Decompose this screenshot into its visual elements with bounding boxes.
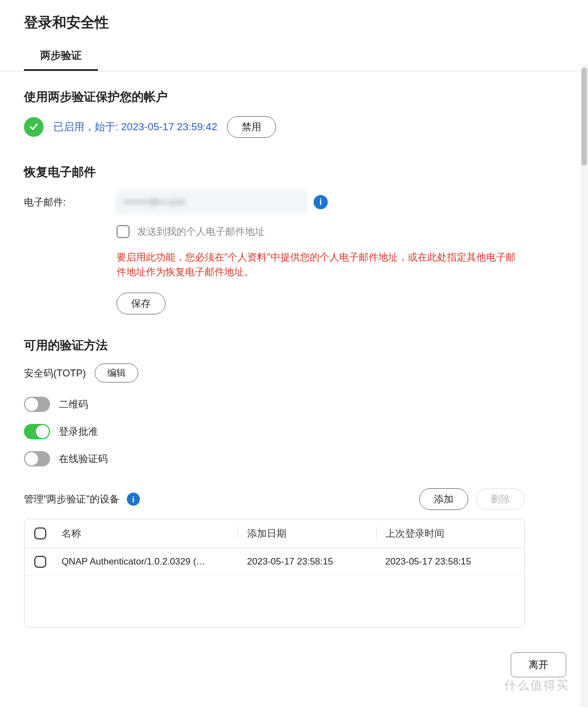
info-icon[interactable]: i bbox=[127, 493, 140, 506]
content-panel: 使用两步验证保护您的帐户 已启用，始于: 2023-05-17 23:59:42… bbox=[0, 71, 588, 698]
device-name-cell: QNAP Authenticator/1.0.2.0329 (… bbox=[62, 556, 238, 567]
scrollbar-thumb[interactable] bbox=[581, 68, 587, 166]
enabled-status-text: 已启用，始于: 2023-05-17 23:59:42 bbox=[53, 120, 217, 134]
device-added-cell: 2023-05-17 23:58:15 bbox=[238, 556, 377, 567]
col-header-name[interactable]: 名称 bbox=[62, 527, 238, 540]
row-checkbox[interactable] bbox=[34, 556, 46, 568]
section-methods-title: 可用的验证方法 bbox=[24, 337, 525, 354]
check-icon bbox=[24, 117, 44, 137]
save-button[interactable]: 保存 bbox=[117, 293, 166, 314]
table-row[interactable]: QNAP Authenticator/1.0.2.0329 (… 2023-05… bbox=[24, 548, 524, 576]
section-protect-title: 使用两步验证保护您的帐户 bbox=[24, 89, 525, 105]
delete-device-button[interactable]: 删除 bbox=[476, 488, 525, 510]
col-header-added[interactable]: 添加日期 bbox=[238, 527, 376, 540]
toggle-login-approval[interactable] bbox=[24, 424, 50, 439]
leave-button[interactable]: 离开 bbox=[511, 652, 566, 677]
toggle-online-code-label: 在线验证码 bbox=[59, 452, 108, 465]
send-personal-checkbox[interactable] bbox=[117, 225, 130, 238]
email-label: 电子邮件: bbox=[24, 196, 117, 209]
watermark: 什么值得买 bbox=[504, 677, 569, 694]
tabs: 两步验证 bbox=[0, 43, 588, 71]
add-device-button[interactable]: 添加 bbox=[419, 488, 468, 510]
page-title: 登录和安全性 bbox=[0, 0, 588, 43]
recovery-warning-text: 要启用此功能，您必须在"个人资料"中提供您的个人电子邮件地址，或在此处指定其他电… bbox=[117, 250, 525, 280]
totp-label: 安全码(TOTP) bbox=[24, 367, 86, 380]
toggle-qrcode[interactable] bbox=[24, 397, 50, 412]
section-recovery-title: 恢复电子邮件 bbox=[24, 164, 525, 180]
email-input[interactable] bbox=[117, 191, 306, 213]
select-all-checkbox[interactable] bbox=[34, 527, 46, 539]
devices-table: 名称 添加日期 上次登录时间 QNAP Authenticator/1.0.2.… bbox=[24, 519, 525, 628]
col-header-last-login[interactable]: 上次登录时间 bbox=[376, 527, 514, 540]
scrollbar[interactable] bbox=[580, 64, 588, 707]
toggle-online-code[interactable] bbox=[24, 451, 50, 466]
info-icon[interactable]: i bbox=[314, 195, 328, 209]
devices-section-title: 管理"两步验证"的设备 bbox=[24, 493, 119, 506]
send-personal-label: 发送到我的个人电子邮件地址 bbox=[137, 225, 265, 238]
disable-button[interactable]: 禁用 bbox=[227, 116, 276, 138]
device-last-login-cell: 2023-05-17 23:58:15 bbox=[376, 556, 514, 567]
toggle-qrcode-label: 二维码 bbox=[59, 398, 88, 411]
edit-totp-button[interactable]: 编辑 bbox=[95, 363, 138, 383]
tab-two-step[interactable]: 两步验证 bbox=[24, 43, 98, 71]
toggle-login-approval-label: 登录批准 bbox=[59, 425, 98, 438]
